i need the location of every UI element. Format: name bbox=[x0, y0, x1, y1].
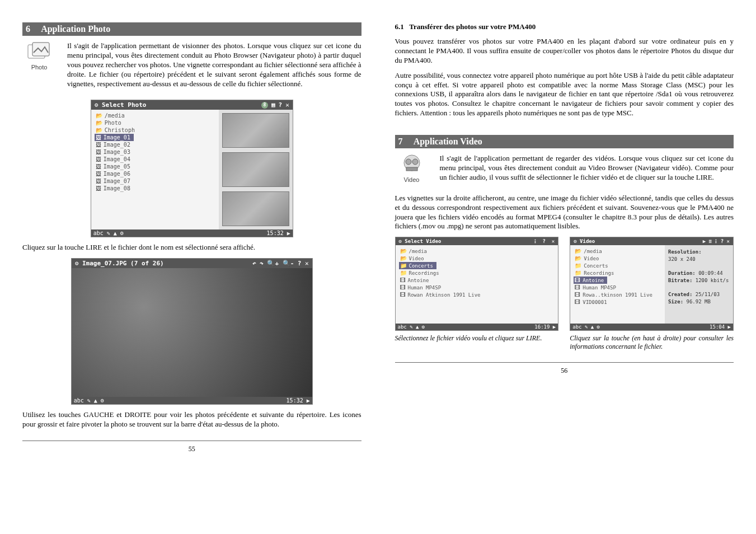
file-label: Recordings bbox=[409, 270, 439, 276]
svg-point-3 bbox=[406, 159, 411, 165]
section-number: 6 bbox=[26, 24, 37, 34]
file-label: Image_08 bbox=[104, 185, 130, 191]
list-item: 🖼Image_08 bbox=[95, 185, 215, 192]
video-below-text: Les vignettes sur la droite afficheront,… bbox=[395, 194, 734, 232]
file-label: Human MP4SP bbox=[583, 285, 616, 291]
file-type-icon: 📂 bbox=[575, 248, 581, 254]
file-type-icon: 🖼 bbox=[96, 149, 101, 155]
transfer-paragraph-1: Vous pouvez transférer vos photos sur vo… bbox=[395, 37, 734, 65]
viewer-title: ⚙ Image_07.JPG (7 of 26) bbox=[75, 260, 164, 267]
file-label: Christoph bbox=[105, 127, 135, 133]
file-label: Image_04 bbox=[104, 156, 130, 162]
file-type-icon: 🎞 bbox=[575, 299, 580, 305]
section-6-header: 6 Application Photo bbox=[22, 22, 361, 36]
list-item: 🖼Image_02 bbox=[95, 141, 215, 148]
file-label: Image_02 bbox=[104, 142, 130, 148]
video-icon bbox=[401, 154, 423, 174]
select-video-header-icons: ⫶ ? ✕ bbox=[534, 238, 555, 244]
select-photo-title: ⚙ Select Photo bbox=[95, 101, 147, 109]
list-item: 🎞Antoine bbox=[399, 277, 555, 284]
list-item: 🖼Image_01 bbox=[95, 134, 134, 141]
photo-icon-label: Photo bbox=[31, 64, 48, 71]
file-label: Rowan Atkinson 1991 Live bbox=[408, 292, 481, 298]
footer-left: abc ✎ ▲ ⚙ bbox=[398, 324, 425, 330]
file-info-panel: Resolution: 320 x 240 Duration: 00:09:44… bbox=[665, 245, 733, 324]
section-title: Application Video bbox=[414, 137, 482, 146]
file-label: Video bbox=[409, 256, 424, 261]
file-type-icon: 📂 bbox=[96, 127, 102, 133]
list-item: 📂Video bbox=[399, 255, 555, 262]
section-number: 7 bbox=[398, 137, 410, 147]
file-label: Concerts bbox=[409, 263, 433, 269]
page-right: 6.1 Transférer des photos sur votre PMA4… bbox=[395, 22, 734, 453]
select-photo-screenshot: ⚙ Select Photo 8 ▦ ? ✕ 📂/media📂Photo📂Chr… bbox=[91, 100, 293, 237]
file-type-icon: 🎞 bbox=[400, 277, 406, 283]
select-video-screenshot: ⚙ Select Video ⫶ ? ✕ 📂/media📂Video📁Conce… bbox=[395, 237, 559, 331]
photo-intro-text: Il s'agit de l'application permettant de… bbox=[67, 41, 361, 88]
section-title: Application Photo bbox=[41, 24, 110, 34]
file-type-icon: 🎞 bbox=[575, 277, 580, 283]
svg-rect-5 bbox=[406, 167, 417, 171]
page-left: 6 Application Photo Photo Il s'agit de l… bbox=[22, 22, 361, 453]
footer-right: 16:19 ▶ bbox=[534, 324, 556, 330]
file-type-icon: 🎞 bbox=[400, 292, 406, 298]
file-type-icon: 🖼 bbox=[96, 134, 101, 140]
file-label: /media bbox=[584, 249, 602, 254]
list-item: 🎞VID00001 bbox=[574, 298, 661, 306]
photo-icon bbox=[27, 41, 51, 62]
select-photo-header-icons: 8 ▦ ? ✕ bbox=[261, 101, 289, 109]
preview-pane bbox=[219, 110, 293, 229]
file-list: 📂/media📂Video📁Concerts📁Recordings🎞Antoin… bbox=[396, 245, 558, 324]
section-7-header: 7 Application Video bbox=[395, 135, 734, 148]
file-type-icon: 📁 bbox=[400, 263, 407, 269]
caption-2: Cliquez sur la touche (en haut à droite)… bbox=[570, 334, 734, 351]
file-type-icon: 🖼 bbox=[96, 142, 101, 148]
file-label: Image_07 bbox=[104, 178, 130, 184]
file-type-icon: 🖼 bbox=[96, 163, 101, 170]
list-item: 📁Concerts bbox=[399, 262, 436, 269]
list-item: 🖼Image_04 bbox=[95, 156, 215, 163]
image-viewer-screenshot: ⚙ Image_07.JPG (7 of 26) ↶ ↷ 🔍+ 🔍- ? ✕ a… bbox=[71, 258, 313, 405]
svg-point-4 bbox=[412, 159, 418, 165]
layout-icon: ▦ bbox=[271, 101, 275, 109]
file-type-icon: 🎞 bbox=[400, 284, 406, 291]
thumb-prev bbox=[222, 113, 289, 148]
file-label: /media bbox=[105, 113, 125, 119]
close-icon: ✕ bbox=[285, 101, 289, 109]
subsection-6-1: 6.1 Transférer des photos sur votre PMA4… bbox=[395, 22, 734, 31]
list-item: 📁Concerts bbox=[574, 262, 661, 269]
file-type-icon: 🖼 bbox=[96, 171, 101, 177]
caption-1: Sélectionnez le fichier vidéo voulu et c… bbox=[395, 334, 559, 351]
file-label: Image_06 bbox=[104, 171, 130, 177]
video-info-header-icons: ▶ ≡ ⫶ ? ✕ bbox=[703, 238, 730, 244]
viewer-header-icons: ↶ ↷ 🔍+ 🔍- ? ✕ bbox=[252, 260, 309, 267]
page-number-right: 56 bbox=[395, 367, 734, 375]
file-type-icon: 📂 bbox=[400, 248, 407, 254]
file-label: Image_03 bbox=[104, 149, 130, 155]
file-label: Photo bbox=[105, 120, 121, 126]
mid-instruction: Cliquez sur la touche LIRE et le fichier… bbox=[22, 243, 361, 252]
footer-left-icons: abc ✎ ▲ ⚙ bbox=[93, 230, 124, 236]
file-type-icon: 🎞 bbox=[575, 284, 580, 291]
bottom-instruction: Utilisez les touches GAUCHE et DROITE po… bbox=[22, 410, 361, 429]
list-item: 🖼Image_03 bbox=[95, 148, 215, 156]
video-icon-label: Video bbox=[404, 176, 420, 183]
help-icon: ? bbox=[279, 101, 283, 109]
file-list: 📂/media📂Video📁Concerts📁Recordings🎞Antoin… bbox=[570, 245, 665, 324]
list-item: 📂/media bbox=[399, 247, 555, 255]
file-type-icon: 🖼 bbox=[96, 156, 101, 162]
list-item: 📁Recordings bbox=[399, 269, 555, 277]
photo-app-icon-block: Photo bbox=[22, 41, 56, 94]
list-item: 📁Recordings bbox=[574, 269, 661, 277]
file-type-icon: 📂 bbox=[400, 255, 407, 261]
file-label: Recordings bbox=[584, 270, 614, 276]
select-video-title: ⚙ Select Video bbox=[399, 238, 442, 244]
file-type-icon: 📂 bbox=[96, 120, 102, 126]
file-label: Video bbox=[584, 256, 599, 261]
file-type-icon: 📁 bbox=[575, 263, 581, 269]
viewer-image bbox=[72, 268, 312, 397]
video-app-icon-block: Video bbox=[395, 154, 429, 188]
file-label: VID00001 bbox=[583, 299, 607, 305]
file-type-icon: 📂 bbox=[96, 113, 102, 119]
viewer-footer-right: 15:32 ▶ bbox=[287, 397, 310, 404]
